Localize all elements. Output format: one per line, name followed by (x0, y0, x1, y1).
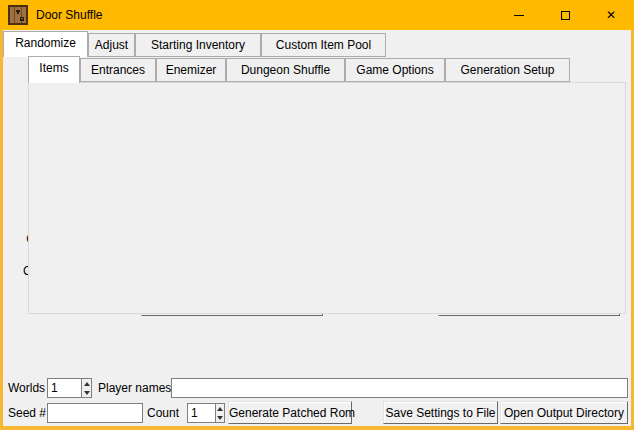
client-area: Randomize Adjust Starting Inventory Cust… (3, 30, 631, 426)
spin-up-icon[interactable] (82, 379, 91, 388)
subtab-items[interactable]: Items (28, 56, 80, 83)
tab-custom-item-pool[interactable]: Custom Item Pool (261, 33, 386, 57)
minimize-button[interactable] (496, 0, 542, 30)
close-icon: ✕ (606, 9, 616, 21)
subtab-game-options[interactable]: Game Options (345, 58, 445, 82)
worlds-input[interactable] (48, 379, 81, 397)
maximize-icon (561, 11, 570, 20)
minimize-icon (514, 15, 524, 16)
count-label: Count (147, 403, 179, 423)
close-button[interactable]: ✕ (588, 0, 634, 30)
count-spinbox[interactable] (187, 403, 225, 423)
seed-label: Seed # (8, 403, 46, 423)
tab-starting-inventory[interactable]: Starting Inventory (135, 33, 261, 57)
titlebar[interactable]: Door Shuffle ✕ (0, 0, 634, 30)
count-input[interactable] (188, 404, 215, 422)
subtab-entrances[interactable]: Entrances (80, 58, 156, 82)
subtab-generation-setup[interactable]: Generation Setup (445, 58, 570, 82)
subtab-enemizer[interactable]: Enemizer (156, 58, 226, 82)
subtab-dungeon-shuffle[interactable]: Dungeon Shuffle (226, 58, 345, 82)
generate-patched-rom-button[interactable]: Generate Patched Rom (228, 401, 352, 424)
tab-randomize[interactable]: Randomize (3, 31, 88, 57)
tab-adjust[interactable]: Adjust (88, 33, 135, 57)
app-door-icon (8, 5, 28, 25)
open-output-directory-button[interactable]: Open Output Directory (500, 401, 628, 424)
spin-down-icon[interactable] (82, 388, 91, 397)
worlds-label: Worlds (8, 378, 45, 398)
worlds-spinbox[interactable] (47, 378, 92, 398)
player-names-label: Player names (98, 378, 171, 398)
door-shuffle-window: Door Shuffle ✕ Randomize Adjust Starting… (0, 0, 634, 430)
spin-down-icon[interactable] (216, 413, 224, 422)
spin-up-icon[interactable] (216, 404, 224, 413)
maximize-button[interactable] (542, 0, 588, 30)
window-title: Door Shuffle (36, 8, 103, 22)
seed-input[interactable] (47, 403, 143, 423)
items-tab-panel (28, 82, 626, 314)
save-settings-button[interactable]: Save Settings to File (383, 401, 498, 424)
player-names-input[interactable] (171, 378, 628, 398)
